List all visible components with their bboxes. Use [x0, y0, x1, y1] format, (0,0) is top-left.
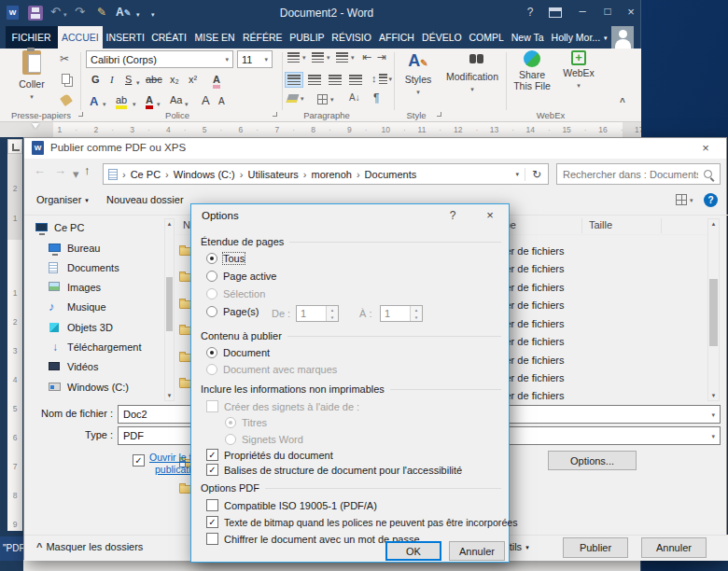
- radio-page-active[interactable]: Page active: [206, 271, 276, 282]
- tab-fichier[interactable]: FICHIER: [6, 26, 58, 49]
- nav-forward-icon[interactable]: →: [54, 163, 66, 177]
- tab-insertion[interactable]: INSERTI: [103, 26, 147, 49]
- highlight-dropdown-icon[interactable]: ▾: [133, 101, 136, 107]
- styles-button[interactable]: A✎ Styles ▾: [398, 50, 439, 110]
- help-icon[interactable]: ?: [704, 193, 718, 207]
- nav-history-dropdown-icon[interactable]: ▾: [73, 168, 79, 180]
- tab-publipostage[interactable]: PUBLIP: [286, 26, 328, 49]
- copy-icon[interactable]: [62, 74, 70, 84]
- editor-dropdown-icon[interactable]: ▾: [136, 11, 140, 18]
- checkbox-proprietes[interactable]: ✓ Propriétés du document: [206, 449, 333, 461]
- paste-button[interactable]: Coller ▾: [9, 50, 54, 110]
- maximize-button[interactable]: □: [598, 5, 617, 18]
- radio-pages[interactable]: Page(s): [206, 306, 259, 317]
- breadcrumb-utilisateurs[interactable]: Utilisateurs: [243, 169, 302, 180]
- publish-button[interactable]: Publier: [563, 537, 628, 558]
- sidebar-scrollbar[interactable]: ▲ ▼: [164, 218, 175, 401]
- tab-new-tab[interactable]: New Ta: [508, 26, 548, 49]
- tab-affichage[interactable]: AFFICH: [375, 26, 419, 49]
- spin-up-icon[interactable]: ▴: [326, 306, 338, 313]
- breadcrumb-ce-pc[interactable]: Ce PC: [126, 169, 165, 180]
- tab-selector-icon[interactable]: [7, 139, 22, 154]
- change-case-dropdown-icon[interactable]: ▾: [185, 101, 189, 107]
- radio-tous[interactable]: Tous: [206, 253, 245, 264]
- checkbox-bitmap[interactable]: ✓ Texte de bitmap quand les polices ne p…: [206, 516, 517, 528]
- avatar[interactable]: [611, 26, 634, 49]
- strikethrough-button[interactable]: abc: [146, 74, 162, 85]
- tab-revision[interactable]: RÉVISIO: [329, 26, 375, 49]
- sidebar-item-windows-c[interactable]: Windows (C:): [49, 382, 129, 393]
- share-file-button[interactable]: ShareThis File: [510, 50, 554, 110]
- nav-back-icon[interactable]: ←: [34, 163, 46, 177]
- superscript-button[interactable]: x²: [189, 74, 197, 85]
- clipboard-dialog-launcher-icon[interactable]: [78, 112, 83, 117]
- close-button[interactable]: ×: [622, 5, 640, 19]
- search-box[interactable]: [556, 163, 721, 185]
- spin-down-icon[interactable]: ▾: [410, 313, 422, 321]
- options-close-icon[interactable]: ×: [477, 208, 503, 222]
- hide-folders-button[interactable]: ^ Masquer les dossiers: [36, 541, 143, 552]
- scrollbar-down-icon[interactable]: ▼: [708, 393, 719, 398]
- indent-marker[interactable]: [32, 123, 39, 129]
- collapse-ribbon-icon[interactable]: ^: [620, 97, 625, 107]
- shading-button[interactable]: ▾: [287, 94, 304, 103]
- nav-up-icon[interactable]: ↑: [84, 163, 91, 177]
- search-input[interactable]: [557, 169, 704, 180]
- minimize-button[interactable]: –: [573, 4, 592, 18]
- new-folder-button[interactable]: Nouveau dossier: [106, 194, 184, 205]
- font-dialog-launcher-icon[interactable]: [273, 112, 277, 117]
- style-dialog-launcher-icon[interactable]: [437, 112, 441, 117]
- tab-mise-en-page[interactable]: MISE EN: [190, 26, 239, 49]
- bullets-button[interactable]: ▾: [287, 52, 306, 63]
- cancel-button[interactable]: Annuler: [641, 537, 707, 558]
- grow-font-button[interactable]: A: [202, 93, 210, 107]
- scrollbar-down-icon[interactable]: ▼: [165, 393, 174, 398]
- subscript-button[interactable]: x₂: [170, 74, 179, 85]
- font-color-button[interactable]: A: [146, 94, 153, 109]
- sidebar-item-musique[interactable]: ♪ Musique: [49, 301, 106, 313]
- publish-dialog-close-icon[interactable]: ×: [693, 141, 719, 155]
- spin-up-icon[interactable]: ▴: [410, 306, 422, 313]
- align-center-button[interactable]: [308, 75, 321, 85]
- qat-customize-icon[interactable]: ▾: [151, 11, 155, 18]
- underline-dropdown-icon[interactable]: ▾: [136, 79, 140, 86]
- clear-formatting-button[interactable]: A: [213, 74, 220, 89]
- sort-icon[interactable]: A↓: [349, 92, 360, 103]
- draw-pen-icon[interactable]: ✎: [97, 6, 106, 19]
- font-size-combo[interactable]: 11▾: [237, 50, 273, 68]
- editing-button[interactable]: Modification ▾: [442, 50, 502, 110]
- pilcrow-icon[interactable]: ¶: [373, 91, 379, 104]
- undo-dropdown-icon[interactable]: ▾: [63, 11, 67, 18]
- tab-references[interactable]: RÉFÉRE: [239, 26, 286, 49]
- font-name-combo[interactable]: Calibri (Corps)▾: [86, 50, 233, 68]
- underline-button[interactable]: S: [125, 74, 132, 85]
- align-left-button[interactable]: [286, 73, 302, 87]
- format-painter-icon[interactable]: [60, 93, 73, 106]
- column-header-size[interactable]: Taille: [589, 219, 612, 230]
- save-icon[interactable]: [28, 6, 43, 21]
- sidebar-item-documents[interactable]: Documents: [49, 262, 119, 273]
- checkbox-iso[interactable]: Compatible ISO 19005-1 (PDF/A): [206, 499, 377, 511]
- line-spacing-button[interactable]: ↕ ▾: [371, 73, 392, 84]
- sidebar-item-ce-pc[interactable]: Ce PC: [35, 222, 84, 233]
- from-spinner[interactable]: 1 ▴ ▾: [296, 305, 339, 322]
- file-list-scrollbar[interactable]: ▲ ▼: [707, 218, 720, 401]
- undo-icon[interactable]: ↶: [50, 5, 61, 19]
- cut-icon[interactable]: ✂: [60, 52, 69, 65]
- numbering-button[interactable]: ▾: [312, 52, 330, 63]
- account-menu[interactable]: Holly Mor... ▾: [548, 26, 611, 49]
- checkbox-balises[interactable]: ✓ Balises de structure de document pour …: [206, 464, 462, 476]
- tab-creation[interactable]: CRÉATI: [147, 26, 190, 49]
- sidebar-item-telechargement[interactable]: ↓ Téléchargement: [49, 341, 142, 353]
- decrease-indent-icon[interactable]: ⇤: [362, 50, 371, 63]
- justify-button[interactable]: [349, 75, 362, 85]
- font-color-dropdown-icon[interactable]: ▾: [157, 101, 161, 107]
- ok-button[interactable]: OK: [385, 541, 441, 561]
- sidebar-item-videos[interactable]: Vidéos: [49, 361, 98, 372]
- borders-button[interactable]: ▾: [317, 94, 334, 104]
- tab-complements[interactable]: COMPL: [465, 26, 507, 49]
- to-spinner[interactable]: 1 ▴ ▾: [380, 305, 423, 322]
- align-right-button[interactable]: [329, 75, 342, 85]
- organize-button[interactable]: Organiser ▾: [36, 194, 89, 205]
- spin-down-icon[interactable]: ▾: [326, 313, 338, 321]
